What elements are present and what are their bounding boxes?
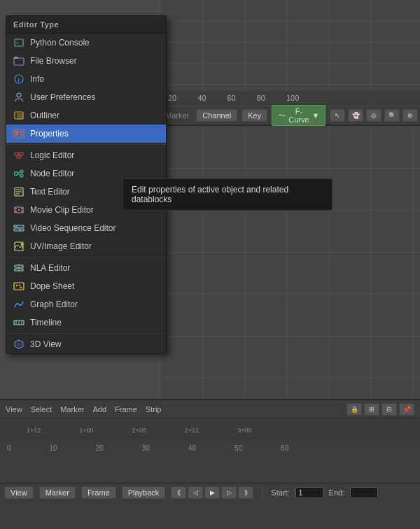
svg-marker-34	[18, 209, 21, 211]
tl-60: 60	[281, 444, 288, 452]
tl-10: 10	[50, 444, 57, 452]
menu-item-nla-editor[interactable]: NLA Editor	[6, 257, 166, 277]
prev-frame-btn[interactable]: ◁	[188, 486, 203, 499]
separator	[262, 487, 262, 498]
menu-item-file-browser[interactable]: File Browser	[6, 52, 166, 70]
grid-icon[interactable]: ⊞	[364, 403, 379, 416]
nla-editor-icon	[13, 262, 24, 274]
node-editor-label: Node Editor	[30, 169, 74, 178]
strip-val-3: 2+12	[185, 427, 199, 434]
timeline-scrub-area[interactable]	[0, 455, 420, 483]
properties-icon	[13, 128, 24, 139]
logic-editor-label: Logic Editor	[30, 150, 74, 160]
magnify-icon[interactable]: ⊕	[402, 109, 418, 122]
properties-label: Properties	[30, 129, 69, 139]
graph-editor-label: Graph Editor	[30, 299, 78, 309]
view-button-tl[interactable]: View	[4, 486, 34, 499]
menu-item-timeline[interactable]: Timeline	[6, 313, 166, 332]
view-label-strip[interactable]: View	[6, 405, 22, 414]
menu-item-3d-view[interactable]: 3D View	[6, 333, 166, 353]
tl-50: 50	[234, 444, 242, 452]
svg-rect-45	[16, 285, 18, 287]
svg-rect-19	[17, 156, 21, 158]
svg-point-22	[20, 174, 23, 177]
cursor-icon[interactable]: ↖	[330, 109, 345, 122]
fcurve-button[interactable]: 〜 F-Curve ▼	[272, 105, 326, 126]
timeline-icon	[13, 317, 24, 328]
dropdown-icon: ▼	[312, 111, 320, 120]
select-label-strip[interactable]: Select	[31, 405, 52, 414]
menu-item-outliner[interactable]: Outliner	[6, 106, 166, 125]
menu-item-dope-sheet[interactable]: Dope Sheet	[6, 277, 166, 295]
svg-line-24	[18, 174, 21, 176]
menu-header: Editor Type	[6, 16, 166, 34]
graph-main-area	[161, 126, 420, 399]
pin-icon[interactable]: 📌	[399, 403, 414, 416]
file-browser-icon	[13, 55, 24, 66]
playback-button-tl[interactable]: Playback	[122, 486, 166, 499]
strip-val-1: 1+00	[79, 427, 93, 434]
text-editor-label: Text Editor	[30, 187, 70, 197]
tooltip: Edit properties of active object and rel…	[122, 178, 332, 211]
circle-icon[interactable]: ◎	[366, 109, 382, 122]
svg-rect-12	[15, 131, 18, 134]
uv-image-icon	[13, 241, 24, 252]
add-label-strip[interactable]: Add	[92, 405, 106, 414]
svg-point-20	[15, 172, 18, 176]
marker-button-tl[interactable]: Marker	[39, 486, 76, 499]
menu-item-video-seq[interactable]: Video Sequence Editor	[6, 219, 166, 237]
strip-ruler: 1+12 1+00 2+00 2+12 3+00	[0, 418, 420, 442]
lock-icon[interactable]: 🔒	[346, 403, 362, 416]
svg-point-40	[21, 244, 23, 246]
menu-item-user-prefs[interactable]: User Preferences	[6, 88, 166, 106]
ruler-val-60: 60	[227, 94, 236, 102]
frame-button-tl[interactable]: Frame	[81, 486, 116, 499]
menu-item-uv-image[interactable]: UV/Image Editor	[6, 237, 166, 255]
toolbar-icons: ↖ 👻 ◎ 🔍 ⊕	[330, 109, 418, 122]
start-input[interactable]	[295, 487, 323, 498]
search-icon[interactable]: 🔍	[384, 109, 400, 122]
file-browser-label: File Browser	[30, 56, 77, 66]
tooltip-text: Edit properties of active object and rel…	[132, 185, 288, 204]
key-button[interactable]: Key	[241, 109, 267, 122]
end-label: End:	[329, 488, 345, 497]
video-seq-label: Video Sequence Editor	[30, 223, 116, 233]
menu-item-logic-editor[interactable]: Logic Editor	[6, 144, 166, 164]
python-console-label: Python Console	[30, 38, 90, 48]
dope-sheet-icon	[13, 281, 24, 292]
menu-item-python-console[interactable]: >_ Python Console	[6, 34, 166, 52]
svg-rect-16	[15, 153, 18, 155]
menu-item-info[interactable]: i Info	[6, 70, 166, 88]
start-label: Start:	[271, 488, 289, 497]
strip-label[interactable]: Strip	[146, 405, 162, 414]
outliner-icon	[13, 110, 24, 121]
marker-label-strip[interactable]: Marker	[60, 405, 84, 414]
end-input[interactable]	[350, 487, 378, 498]
svg-rect-37	[15, 225, 18, 227]
graph-editor-icon	[13, 299, 24, 310]
play-btn[interactable]: ▶	[204, 486, 220, 499]
graph-grid	[161, 126, 420, 399]
3d-view-label: 3D View	[30, 339, 61, 349]
svg-point-30	[15, 208, 17, 209]
svg-point-33	[21, 211, 22, 212]
text-editor-icon	[13, 186, 24, 197]
next-frame-btn[interactable]: ▷	[221, 486, 237, 499]
next-keyframe-btn[interactable]: ⟫	[238, 486, 253, 499]
ruler-val-20: 20	[168, 94, 176, 102]
view-icon[interactable]: ⊟	[382, 403, 397, 416]
channel-button[interactable]: Channel	[196, 109, 237, 122]
prev-keyframe-btn[interactable]: ⟪	[171, 486, 186, 499]
frame-label-strip[interactable]: Frame	[115, 405, 137, 414]
tl-30: 30	[142, 444, 150, 452]
playback-controls: ⟪ ◁ ▶ ▷ ⟫	[171, 486, 253, 499]
3d-view-icon	[13, 339, 24, 350]
menu-item-graph-editor[interactable]: Graph Editor	[6, 295, 166, 313]
timeline-label: Timeline	[30, 318, 62, 327]
svg-rect-14	[20, 131, 22, 132]
menu-item-properties[interactable]: Properties	[6, 125, 166, 143]
timeline-ruler: 0 10 20 30 40 50 60	[0, 441, 420, 455]
ghost-icon[interactable]: 👻	[348, 109, 363, 122]
fcurve-icon: 〜	[278, 111, 286, 121]
fcurve-label: F-Curve	[288, 107, 309, 124]
